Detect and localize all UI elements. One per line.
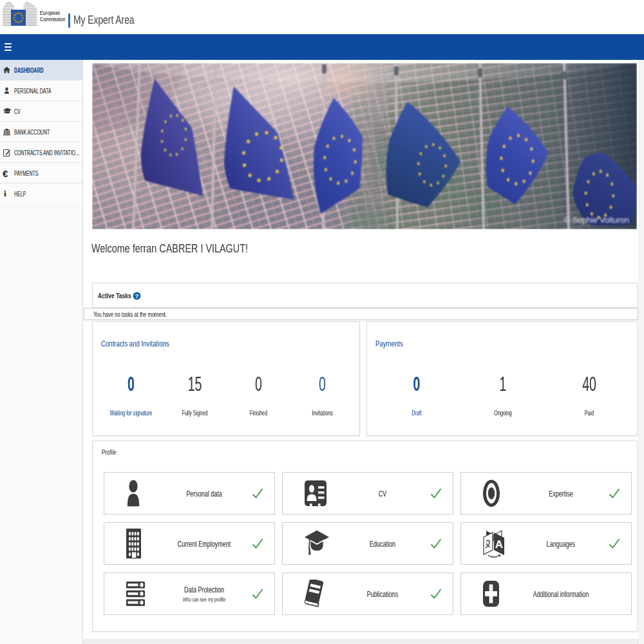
svg-text:?: ?	[135, 292, 139, 299]
svg-text:A: A	[495, 538, 503, 551]
svg-text:© Sophie Volturon: © Sophie Volturon	[564, 216, 629, 225]
